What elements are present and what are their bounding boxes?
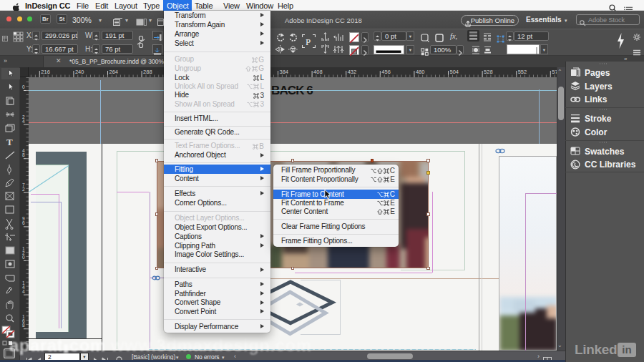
svg-text:4: 4 — [22, 119, 25, 124]
svg-text:288: 288 — [143, 69, 152, 75]
svg-text:T: T — [6, 137, 13, 147]
svg-text:240: 240 — [75, 69, 84, 75]
svg-text:552: 552 — [518, 69, 527, 75]
svg-text:0: 0 — [22, 255, 25, 260]
svg-text:576: 576 — [552, 69, 557, 75]
svg-text:216: 216 — [41, 69, 50, 75]
svg-text:456: 456 — [381, 69, 391, 75]
svg-text:2: 2 — [22, 187, 25, 192]
svg-text:408: 408 — [313, 69, 323, 75]
svg-text:0: 0 — [22, 84, 25, 89]
svg-text:6: 6 — [22, 220, 25, 225]
svg-text:384: 384 — [280, 69, 289, 75]
svg-text:528: 528 — [484, 69, 493, 75]
svg-text:P: P — [306, 36, 311, 47]
svg-text:8: 8 — [22, 323, 25, 328]
svg-text:504: 504 — [450, 69, 459, 75]
svg-text:8: 8 — [22, 152, 25, 157]
svg-text:4: 4 — [22, 289, 25, 294]
svg-text:264: 264 — [109, 69, 119, 75]
svg-text:432: 432 — [348, 69, 357, 75]
svg-text:480: 480 — [416, 69, 425, 75]
